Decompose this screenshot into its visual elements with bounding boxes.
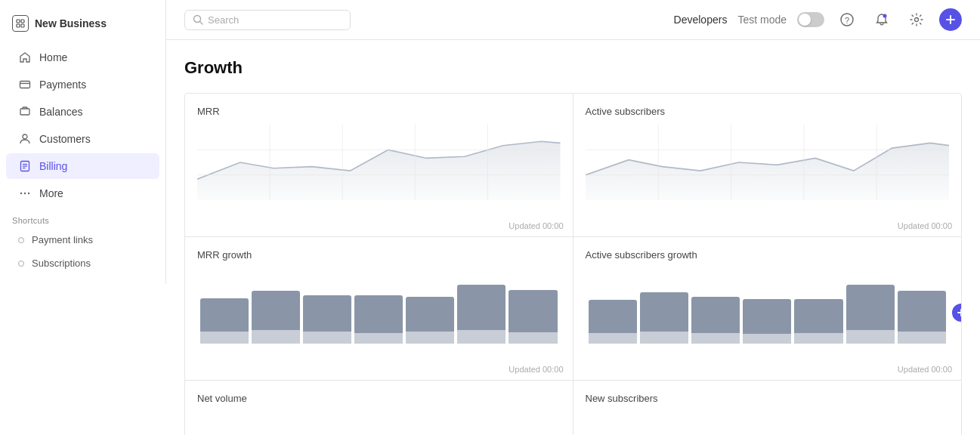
svg-line-16 xyxy=(200,22,203,25)
bar-group xyxy=(354,295,403,344)
home-icon xyxy=(18,51,32,64)
brand-name: New Business xyxy=(35,17,107,29)
svg-point-12 xyxy=(20,193,22,194)
chart-grid: MRR xyxy=(184,93,962,435)
updated-active-subscribers-growth: Updated 00:00 xyxy=(898,365,952,374)
chart-label-new-subscribers: New subscribers xyxy=(586,393,950,404)
svg-marker-30 xyxy=(586,143,950,200)
chart-cell-new-subscribers: New subscribers xyxy=(573,381,962,435)
payments-icon xyxy=(18,78,32,91)
svg-marker-23 xyxy=(197,141,561,200)
bar-group xyxy=(691,297,740,344)
billing-icon xyxy=(18,159,32,173)
topbar: Search Developers Test mode ? xyxy=(166,0,980,40)
bar-group xyxy=(200,298,249,344)
shortcut-label-payment-links: Payment links xyxy=(32,234,93,245)
bar-group xyxy=(303,295,351,344)
chart-label-net-volume: Net volume xyxy=(197,393,561,404)
svg-rect-4 xyxy=(20,82,30,88)
chart-label-active-subscribers-growth: Active subscribers growth xyxy=(586,249,950,261)
sidebar-label-home: Home xyxy=(39,51,67,63)
plus-icon xyxy=(944,14,957,26)
line-chart-active-subscribers xyxy=(586,125,950,200)
svg-point-13 xyxy=(24,193,26,194)
chart-cell-mrr: MRR xyxy=(185,94,573,237)
svg-rect-0 xyxy=(17,20,20,23)
chart-cell-net-volume: Net volume xyxy=(185,381,573,435)
sidebar-item-more[interactable]: More xyxy=(6,180,159,206)
svg-rect-1 xyxy=(21,20,24,23)
test-mode-toggle[interactable] xyxy=(797,12,824,27)
help-button[interactable]: ? xyxy=(835,8,859,32)
bar-group xyxy=(589,300,637,344)
shortcut-payment-links[interactable]: Payment links xyxy=(6,229,159,251)
sidebar-label-customers: Customers xyxy=(39,133,91,145)
shortcut-subscriptions[interactable]: Subscriptions xyxy=(6,252,159,274)
bar-group xyxy=(898,291,946,344)
chart-label-mrr: MRR xyxy=(197,106,561,117)
user-avatar[interactable] xyxy=(939,8,962,31)
bar-group xyxy=(743,299,791,344)
bar-group xyxy=(406,297,454,344)
topbar-right: Developers Test mode ? xyxy=(674,8,962,32)
svg-point-20 xyxy=(915,18,919,22)
shortcuts-label: Shortcuts xyxy=(0,207,165,228)
test-mode-label: Test mode xyxy=(737,14,787,26)
bar-group xyxy=(252,291,300,344)
bar-group xyxy=(457,285,505,344)
svg-rect-6 xyxy=(20,109,29,115)
toggle-knob xyxy=(799,14,811,26)
updated-mrr-growth: Updated 00:00 xyxy=(509,365,563,374)
sidebar-label-billing: Billing xyxy=(39,160,67,172)
bar-group xyxy=(794,299,842,344)
bar-group xyxy=(640,292,688,344)
svg-point-7 xyxy=(23,134,27,139)
sidebar-label-payments: Payments xyxy=(39,79,86,91)
updated-active-subscribers: Updated 00:00 xyxy=(898,221,952,230)
sidebar-item-billing[interactable]: Billing xyxy=(6,153,159,179)
more-icon xyxy=(18,187,32,200)
search-input[interactable]: Search xyxy=(208,14,239,26)
notifications-button[interactable] xyxy=(870,8,894,32)
chart-cell-active-subscribers-growth: Active subscribers growth Updated 00:00 xyxy=(573,237,962,381)
svg-point-19 xyxy=(883,14,887,18)
content-area: Growth MRR xyxy=(166,40,980,435)
bell-icon xyxy=(875,13,889,26)
bar-group xyxy=(846,285,895,344)
brand-icon xyxy=(12,15,29,32)
svg-rect-3 xyxy=(21,24,24,27)
line-chart-mrr xyxy=(197,125,561,200)
shortcut-label-subscriptions: Subscriptions xyxy=(32,258,91,269)
updated-mrr: Updated 00:00 xyxy=(509,221,563,230)
settings-button[interactable] xyxy=(904,8,929,32)
chart-cell-active-subscribers: Active subscribers xyxy=(573,94,962,237)
shortcut-dot-payment-links xyxy=(18,237,24,243)
sidebar-label-more: More xyxy=(39,187,63,199)
chart-label-active-subscribers: Active subscribers xyxy=(586,106,950,117)
svg-rect-2 xyxy=(17,24,20,27)
bar-group xyxy=(509,290,557,344)
chart-cell-mrr-growth: MRR growth Updated 00:00 xyxy=(185,237,573,381)
search-icon xyxy=(193,14,203,25)
customers-icon xyxy=(18,132,32,146)
balances-icon xyxy=(18,105,32,119)
bar-chart-active-subscribers-growth xyxy=(586,268,950,344)
main-area: Search Developers Test mode ? Growth xyxy=(166,0,980,435)
bar-chart-mrr-growth xyxy=(197,268,561,344)
chart-label-mrr-growth: MRR growth xyxy=(197,249,561,261)
sidebar-item-customers[interactable]: Customers xyxy=(6,126,159,152)
page-title: Growth xyxy=(184,58,962,78)
svg-point-14 xyxy=(28,193,29,194)
brand[interactable]: New Business xyxy=(0,9,165,44)
developers-link[interactable]: Developers xyxy=(674,14,728,26)
question-icon: ? xyxy=(840,13,854,26)
sidebar: New Business Home Payments Balances Cust xyxy=(0,0,166,435)
sidebar-item-balances[interactable]: Balances xyxy=(6,99,159,125)
shortcut-dot-subscriptions xyxy=(18,261,24,267)
search-bar[interactable]: Search xyxy=(184,10,351,30)
gear-icon xyxy=(910,13,923,26)
svg-text:?: ? xyxy=(845,16,849,25)
sidebar-item-payments[interactable]: Payments xyxy=(6,72,159,97)
sidebar-item-home[interactable]: Home xyxy=(6,45,159,70)
sidebar-label-balances: Balances xyxy=(39,106,83,118)
